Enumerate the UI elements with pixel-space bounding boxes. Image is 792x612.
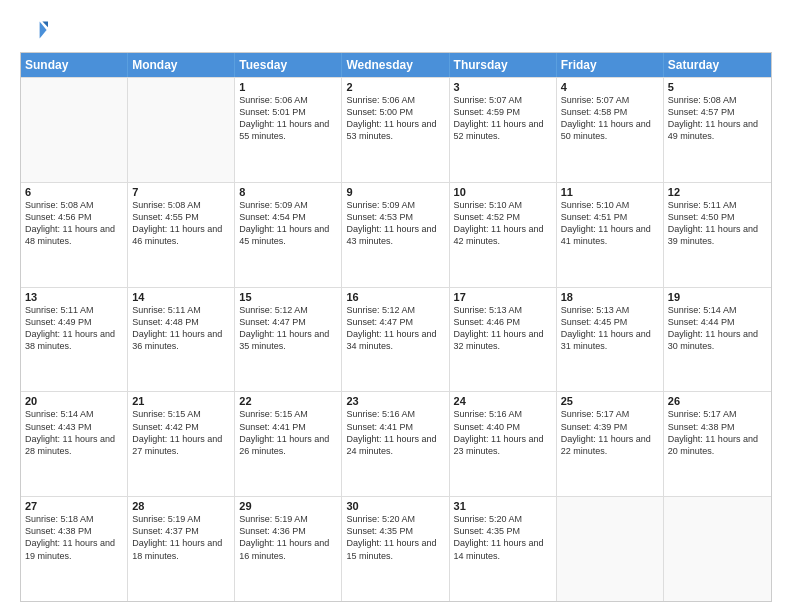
weekday-header: Wednesday — [342, 53, 449, 77]
day-number: 18 — [561, 291, 659, 303]
calendar-cell — [664, 497, 771, 601]
calendar-cell: 10 Sunrise: 5:10 AMSunset: 4:52 PMDaylig… — [450, 183, 557, 287]
cell-info: Sunrise: 5:11 AMSunset: 4:48 PMDaylight:… — [132, 304, 230, 353]
calendar-cell: 8 Sunrise: 5:09 AMSunset: 4:54 PMDayligh… — [235, 183, 342, 287]
day-number: 19 — [668, 291, 767, 303]
day-number: 27 — [25, 500, 123, 512]
cell-info: Sunrise: 5:20 AMSunset: 4:35 PMDaylight:… — [346, 513, 444, 562]
calendar-cell: 13 Sunrise: 5:11 AMSunset: 4:49 PMDaylig… — [21, 288, 128, 392]
calendar-cell: 21 Sunrise: 5:15 AMSunset: 4:42 PMDaylig… — [128, 392, 235, 496]
calendar-cell: 14 Sunrise: 5:11 AMSunset: 4:48 PMDaylig… — [128, 288, 235, 392]
cell-info: Sunrise: 5:09 AMSunset: 4:54 PMDaylight:… — [239, 199, 337, 248]
calendar-cell: 18 Sunrise: 5:13 AMSunset: 4:45 PMDaylig… — [557, 288, 664, 392]
day-number: 8 — [239, 186, 337, 198]
calendar-row: 6 Sunrise: 5:08 AMSunset: 4:56 PMDayligh… — [21, 182, 771, 287]
day-number: 30 — [346, 500, 444, 512]
calendar-cell: 6 Sunrise: 5:08 AMSunset: 4:56 PMDayligh… — [21, 183, 128, 287]
cell-info: Sunrise: 5:08 AMSunset: 4:56 PMDaylight:… — [25, 199, 123, 248]
calendar: SundayMondayTuesdayWednesdayThursdayFrid… — [20, 52, 772, 602]
calendar-cell: 16 Sunrise: 5:12 AMSunset: 4:47 PMDaylig… — [342, 288, 449, 392]
day-number: 5 — [668, 81, 767, 93]
weekday-header: Thursday — [450, 53, 557, 77]
day-number: 26 — [668, 395, 767, 407]
calendar-cell — [557, 497, 664, 601]
day-number: 7 — [132, 186, 230, 198]
weekday-header: Monday — [128, 53, 235, 77]
calendar-cell: 4 Sunrise: 5:07 AMSunset: 4:58 PMDayligh… — [557, 78, 664, 182]
cell-info: Sunrise: 5:11 AMSunset: 4:50 PMDaylight:… — [668, 199, 767, 248]
calendar-cell — [128, 78, 235, 182]
calendar-row: 27 Sunrise: 5:18 AMSunset: 4:38 PMDaylig… — [21, 496, 771, 601]
day-number: 6 — [25, 186, 123, 198]
calendar-row: 20 Sunrise: 5:14 AMSunset: 4:43 PMDaylig… — [21, 391, 771, 496]
cell-info: Sunrise: 5:08 AMSunset: 4:57 PMDaylight:… — [668, 94, 767, 143]
cell-info: Sunrise: 5:11 AMSunset: 4:49 PMDaylight:… — [25, 304, 123, 353]
calendar-cell: 3 Sunrise: 5:07 AMSunset: 4:59 PMDayligh… — [450, 78, 557, 182]
day-number: 14 — [132, 291, 230, 303]
cell-info: Sunrise: 5:15 AMSunset: 4:41 PMDaylight:… — [239, 408, 337, 457]
calendar-cell: 25 Sunrise: 5:17 AMSunset: 4:39 PMDaylig… — [557, 392, 664, 496]
day-number: 29 — [239, 500, 337, 512]
logo — [20, 16, 52, 44]
day-number: 10 — [454, 186, 552, 198]
calendar-cell: 5 Sunrise: 5:08 AMSunset: 4:57 PMDayligh… — [664, 78, 771, 182]
day-number: 16 — [346, 291, 444, 303]
calendar-cell: 28 Sunrise: 5:19 AMSunset: 4:37 PMDaylig… — [128, 497, 235, 601]
day-number: 12 — [668, 186, 767, 198]
cell-info: Sunrise: 5:06 AMSunset: 5:00 PMDaylight:… — [346, 94, 444, 143]
calendar-cell: 22 Sunrise: 5:15 AMSunset: 4:41 PMDaylig… — [235, 392, 342, 496]
day-number: 2 — [346, 81, 444, 93]
logo-icon — [20, 16, 48, 44]
day-number: 28 — [132, 500, 230, 512]
day-number: 11 — [561, 186, 659, 198]
calendar-cell: 29 Sunrise: 5:19 AMSunset: 4:36 PMDaylig… — [235, 497, 342, 601]
cell-info: Sunrise: 5:08 AMSunset: 4:55 PMDaylight:… — [132, 199, 230, 248]
calendar-body: 1 Sunrise: 5:06 AMSunset: 5:01 PMDayligh… — [21, 77, 771, 601]
weekday-header: Tuesday — [235, 53, 342, 77]
day-number: 4 — [561, 81, 659, 93]
day-number: 9 — [346, 186, 444, 198]
calendar-cell: 9 Sunrise: 5:09 AMSunset: 4:53 PMDayligh… — [342, 183, 449, 287]
calendar-cell — [21, 78, 128, 182]
day-number: 24 — [454, 395, 552, 407]
header — [20, 16, 772, 44]
cell-info: Sunrise: 5:12 AMSunset: 4:47 PMDaylight:… — [346, 304, 444, 353]
cell-info: Sunrise: 5:13 AMSunset: 4:45 PMDaylight:… — [561, 304, 659, 353]
cell-info: Sunrise: 5:12 AMSunset: 4:47 PMDaylight:… — [239, 304, 337, 353]
cell-info: Sunrise: 5:13 AMSunset: 4:46 PMDaylight:… — [454, 304, 552, 353]
cell-info: Sunrise: 5:17 AMSunset: 4:38 PMDaylight:… — [668, 408, 767, 457]
calendar-cell: 31 Sunrise: 5:20 AMSunset: 4:35 PMDaylig… — [450, 497, 557, 601]
day-number: 20 — [25, 395, 123, 407]
calendar-cell: 26 Sunrise: 5:17 AMSunset: 4:38 PMDaylig… — [664, 392, 771, 496]
page: SundayMondayTuesdayWednesdayThursdayFrid… — [0, 0, 792, 612]
calendar-cell: 20 Sunrise: 5:14 AMSunset: 4:43 PMDaylig… — [21, 392, 128, 496]
calendar-cell: 7 Sunrise: 5:08 AMSunset: 4:55 PMDayligh… — [128, 183, 235, 287]
day-number: 1 — [239, 81, 337, 93]
calendar-cell: 23 Sunrise: 5:16 AMSunset: 4:41 PMDaylig… — [342, 392, 449, 496]
day-number: 25 — [561, 395, 659, 407]
cell-info: Sunrise: 5:18 AMSunset: 4:38 PMDaylight:… — [25, 513, 123, 562]
day-number: 21 — [132, 395, 230, 407]
day-number: 23 — [346, 395, 444, 407]
calendar-cell: 19 Sunrise: 5:14 AMSunset: 4:44 PMDaylig… — [664, 288, 771, 392]
weekday-header: Sunday — [21, 53, 128, 77]
cell-info: Sunrise: 5:07 AMSunset: 4:58 PMDaylight:… — [561, 94, 659, 143]
calendar-cell: 24 Sunrise: 5:16 AMSunset: 4:40 PMDaylig… — [450, 392, 557, 496]
cell-info: Sunrise: 5:10 AMSunset: 4:52 PMDaylight:… — [454, 199, 552, 248]
cell-info: Sunrise: 5:15 AMSunset: 4:42 PMDaylight:… — [132, 408, 230, 457]
calendar-cell: 2 Sunrise: 5:06 AMSunset: 5:00 PMDayligh… — [342, 78, 449, 182]
cell-info: Sunrise: 5:07 AMSunset: 4:59 PMDaylight:… — [454, 94, 552, 143]
day-number: 31 — [454, 500, 552, 512]
calendar-cell: 15 Sunrise: 5:12 AMSunset: 4:47 PMDaylig… — [235, 288, 342, 392]
day-number: 15 — [239, 291, 337, 303]
calendar-cell: 30 Sunrise: 5:20 AMSunset: 4:35 PMDaylig… — [342, 497, 449, 601]
cell-info: Sunrise: 5:16 AMSunset: 4:41 PMDaylight:… — [346, 408, 444, 457]
cell-info: Sunrise: 5:19 AMSunset: 4:36 PMDaylight:… — [239, 513, 337, 562]
cell-info: Sunrise: 5:09 AMSunset: 4:53 PMDaylight:… — [346, 199, 444, 248]
cell-info: Sunrise: 5:14 AMSunset: 4:44 PMDaylight:… — [668, 304, 767, 353]
weekday-header: Saturday — [664, 53, 771, 77]
cell-info: Sunrise: 5:10 AMSunset: 4:51 PMDaylight:… — [561, 199, 659, 248]
calendar-cell: 1 Sunrise: 5:06 AMSunset: 5:01 PMDayligh… — [235, 78, 342, 182]
weekday-header: Friday — [557, 53, 664, 77]
day-number: 17 — [454, 291, 552, 303]
